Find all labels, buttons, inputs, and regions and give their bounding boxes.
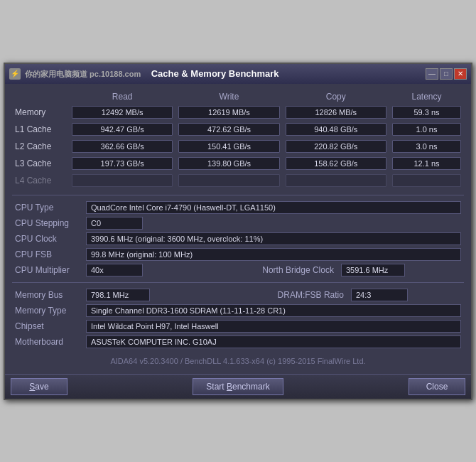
bench-value-latency: 12.1 ns [392,157,461,170]
window-title-text: Cache & Memory Benchmark [151,68,279,79]
info-row-memory-type: Memory Type Single Channel DDR3-1600 SDR… [12,303,464,318]
chipset-value: Intel Wildcat Point H97, Intel Haswell [86,320,461,333]
motherboard-label: Motherboard [12,334,83,350]
divider-2 [12,282,464,283]
cpu-fsb-value: 99.8 MHz (original: 100 MHz) [86,248,461,261]
bench-value-read: 12492 MB/s [72,106,173,119]
cpu-type-value: QuadCore Intel Core i7-4790 (Haswell-DT,… [86,201,461,214]
content-area: Read Write Copy Latency Memory12492 MB/s… [5,84,471,374]
north-bridge-clock-label: North Bridge Clock [196,262,338,278]
close-label: Close [426,382,448,392]
bench-row-l2cache: L2 Cache362.66 GB/s150.41 GB/s220.82 GB/… [12,138,464,155]
bench-value-write [178,174,279,187]
info-row-memory-bus: Memory Bus 798.1 MHz DRAM:FSB Ratio 24:3 [12,287,464,303]
bench-value-copy: 220.82 GB/s [286,140,386,153]
cpu-stepping-value: C0 [86,217,143,230]
info-row-cpu-fsb: CPU FSB 99.8 MHz (original: 100 MHz) [12,247,464,262]
dram-fsb-ratio-value: 24:3 [351,289,408,301]
save-label-rest: ave [35,382,48,392]
north-bridge-clock-value: 3591.6 MHz [341,264,405,276]
bench-value-latency: 1.0 ns [392,123,461,136]
maximize-button[interactable]: □ [440,68,453,80]
bench-row-l3cache: L3 Cache197.73 GB/s139.80 GB/s158.62 GB/… [12,155,464,172]
cpu-fsb-label: CPU FSB [12,247,83,262]
bench-value-copy [286,174,386,187]
window-title: 你的家用电脑频道 pc.10188.com Cache & Memory Ben… [25,68,279,80]
bench-row-l4cache: L4 Cache [12,172,464,189]
bench-value-write: 139.80 GB/s [178,157,279,170]
start-benchmark-button[interactable]: Start Benchmark [193,378,283,395]
footer-text: AIDA64 v5.20.3400 / BenchDLL 4.1.633-x64… [12,354,464,368]
cpu-multiplier-label: CPU Multiplier [12,262,83,278]
info-row-cpu-multiplier: CPU Multiplier 40x North Bridge Clock 35… [12,262,464,278]
bench-value-read: 362.66 GB/s [72,140,173,153]
memory-type-label: Memory Type [12,303,83,318]
window-close-button[interactable]: ✕ [454,68,467,80]
motherboard-value: ASUSTeK COMPUTER INC. G10AJ [86,335,461,348]
divider-1 [12,195,464,195]
bench-row-l1cache: L1 Cache942.47 GB/s472.62 GB/s940.48 GB/… [12,121,464,138]
chipset-label: Chipset [12,318,83,334]
bench-value-copy: 940.48 GB/s [286,123,386,136]
bench-value-read [72,174,173,187]
bench-row-label: L1 Cache [12,121,69,138]
info-row-cpu-type: CPU Type QuadCore Intel Core i7-4790 (Ha… [12,200,464,215]
bench-value-copy: 12826 MB/s [286,106,386,119]
close-button[interactable]: Close [409,378,465,395]
bench-row-label: Memory [12,104,69,121]
benchmark-table: Read Write Copy Latency Memory12492 MB/s… [12,90,464,189]
cpu-clock-value: 3990.6 MHz (original: 3600 MHz, overcloc… [86,232,461,245]
cpu-stepping-label: CPU Stepping [12,215,83,231]
col-header-copy: Copy [283,90,389,104]
cpu-type-label: CPU Type [12,200,83,215]
memory-info-table: Memory Bus 798.1 MHz DRAM:FSB Ratio 24:3… [12,287,464,350]
title-bar-left: ⚡ 你的家用电脑频道 pc.10188.com Cache & Memory B… [9,68,279,80]
bottom-bar: Save Start Benchmark Close [5,374,471,399]
bench-row-label: L4 Cache [12,172,69,189]
save-button[interactable]: Save [11,378,67,395]
cpu-clock-label: CPU Clock [12,231,83,247]
cpu-multiplier-value: 40x [86,264,143,276]
benchmark-label-rest: enchmark [232,382,270,392]
col-header-latency: Latency [389,90,464,104]
bench-row-label: L2 Cache [12,138,69,155]
bench-value-read: 197.73 GB/s [72,157,173,170]
bench-value-write: 472.62 GB/s [178,123,279,136]
info-row-cpu-clock: CPU Clock 3990.6 MHz (original: 3600 MHz… [12,231,464,247]
memory-bus-label: Memory Bus [12,287,83,303]
info-table: CPU Type QuadCore Intel Core i7-4790 (Ha… [12,200,464,278]
bench-value-latency: 3.0 ns [392,140,461,153]
bench-value-copy: 158.62 GB/s [286,157,386,170]
col-header-read: Read [69,90,175,104]
main-window: ⚡ 你的家用电脑频道 pc.10188.com Cache & Memory B… [4,63,472,400]
watermark-title: 你的家用电脑频道 pc.10188.com [25,70,141,78]
bench-row-label: L3 Cache [12,155,69,172]
benchmark-underline: B [227,382,232,392]
col-header-write: Write [175,90,282,104]
dram-fsb-ratio-label: DRAM:FSB Ratio [212,287,348,303]
info-row-chipset: Chipset Intel Wildcat Point H97, Intel H… [12,318,464,334]
bench-row-memory: Memory12492 MB/s12619 MB/s12826 MB/s59.3… [12,104,464,121]
window-icon: ⚡ [9,68,21,80]
info-row-motherboard: Motherboard ASUSTeK COMPUTER INC. G10AJ [12,334,464,350]
info-row-cpu-stepping: CPU Stepping C0 [12,215,464,231]
memory-type-value: Single Channel DDR3-1600 SDRAM (11-11-11… [86,304,461,317]
minimize-button[interactable]: — [426,68,438,80]
bench-value-write: 150.41 GB/s [178,140,279,153]
col-header-label [12,90,69,104]
memory-bus-value: 798.1 MHz [86,289,150,301]
bench-value-latency: 59.3 ns [392,106,461,119]
bench-value-read: 942.47 GB/s [72,123,173,136]
bench-value-latency [392,174,461,187]
title-controls: — □ ✕ [426,68,467,80]
bench-value-write: 12619 MB/s [178,106,279,119]
title-bar: ⚡ 你的家用电脑频道 pc.10188.com Cache & Memory B… [5,64,471,84]
